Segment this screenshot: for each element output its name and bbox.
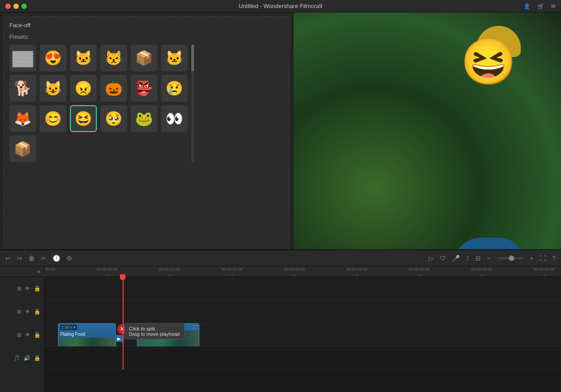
emoji-cell-16[interactable]: 🐸 (131, 105, 157, 132)
app-title: Untitled - Wondershare Filmora9 (239, 3, 322, 9)
clip1-label: Plating Food (58, 331, 116, 338)
audio-music-icon[interactable]: 🎵 (13, 355, 20, 361)
emoji-cell-15[interactable]: 🥺 (100, 105, 127, 132)
ruler-tick-6 (419, 274, 420, 276)
ruler-tick-0 (45, 274, 45, 276)
scrollbar-thumb (191, 45, 194, 71)
undo-icon[interactable]: ↩ (5, 255, 11, 262)
titlebar: Untitled - Wondershare Filmora9 👤 🛒 ✉ (0, 0, 561, 12)
track2-row (45, 300, 561, 323)
plus-icon[interactable]: + (530, 255, 533, 262)
fullscreen-timeline-icon[interactable]: ⛶ (540, 255, 546, 262)
emoji-cell-11[interactable]: 😢 (161, 75, 188, 102)
minus-square-icon[interactable]: ⊟ (475, 255, 481, 262)
toolbar-left: ↩ ↪ 🗑 ✂ 🕐 ⚙ (5, 255, 72, 262)
emoji-cell-13[interactable]: 😊 (40, 105, 66, 132)
ruler-header: + (0, 266, 44, 277)
clock-icon[interactable]: 🕐 (53, 255, 60, 262)
tracks-area: ✕ ▶ Click to split Drag to move playhead… (45, 277, 561, 370)
audio-volume-icon[interactable]: 🔊 (24, 355, 30, 361)
ruler-tick-4 (294, 274, 295, 276)
ruler-tick-2 (169, 274, 170, 276)
playhead-tooltip: Click to split Drag to move playhead (124, 323, 185, 339)
close-button[interactable] (5, 4, 11, 9)
track2-eye-icon[interactable]: 👁 (25, 309, 30, 315)
cart-icon[interactable]: 🛒 (537, 3, 544, 9)
add-track-btn[interactable]: + (37, 268, 41, 275)
play-range-icon[interactable]: ▷ (429, 255, 433, 262)
ruler-mark-5: 00:00:25:00 (346, 267, 367, 272)
minimize-button[interactable] (13, 4, 19, 9)
shield-icon[interactable]: 🛡 (440, 255, 446, 262)
mail-icon[interactable]: ✉ (551, 3, 556, 9)
playhead[interactable] (123, 277, 124, 370)
emoji-cell-9[interactable]: 🎃 (100, 75, 127, 102)
emoji-grid: ▓▓😍🐱😾📦🐱🐕😺😠🎃👺😢🦊😊😆🥺🐸👀📦 (9, 45, 188, 162)
ruler-tick-3 (232, 274, 232, 276)
emoji-scrollbar[interactable] (191, 45, 194, 162)
emoji-cell-7[interactable]: 😺 (40, 75, 66, 102)
emoji-cell-18[interactable]: 📦 (9, 136, 36, 162)
track3-controls: ⊞ 👁 🔒 (0, 323, 44, 347)
ruler-tick-1 (107, 274, 107, 276)
tooltip-line2: Drag to move playhead (129, 331, 180, 337)
redo-icon[interactable]: ↪ (17, 255, 22, 262)
track2-add-icon[interactable]: ⊞ (17, 309, 21, 315)
timeline-body: + ⊞ 👁 🔒 ⊞ 👁 🔒 ⊞ 👁 🔒 🎵 (0, 266, 561, 392)
track1-add-icon[interactable]: ⊞ (17, 285, 21, 292)
emoji-cell-14[interactable]: 😆 (70, 105, 97, 132)
face-off-title: Face-off (9, 22, 284, 29)
ruler-mark-0: 00:00:00:00 (45, 267, 55, 272)
track1-row (45, 277, 561, 300)
settings-icon[interactable]: ⚙ (66, 255, 72, 262)
title-bar-icons: 👤 🛒 ✉ (524, 3, 556, 9)
maximize-button[interactable] (21, 4, 27, 9)
mic-icon[interactable]: 🎤 (452, 255, 460, 262)
emoji-cell-0[interactable]: ▓▓ (9, 45, 36, 71)
split-right-arrow[interactable]: ▶ (116, 335, 123, 342)
track3-lock-icon[interactable]: 🔒 (34, 332, 41, 338)
track1-lock-icon[interactable]: 🔒 (34, 285, 41, 292)
zoom-slider[interactable] (497, 257, 524, 259)
emoji-cell-17[interactable]: 👀 (161, 105, 188, 132)
emoji-cell-8[interactable]: 😠 (70, 75, 97, 102)
audio-track-row (45, 347, 561, 370)
track1-eye-icon[interactable]: 👁 (25, 285, 30, 292)
timeline-toolbar: ↩ ↪ 🗑 ✂ 🕐 ⚙ ▷ 🛡 🎤 ⤴ ⊟ − + ⛶ ? (0, 250, 561, 266)
emoji-overlay: 😆 (461, 39, 516, 84)
presets-label: Presets: (9, 34, 284, 40)
emoji-cell-4[interactable]: 📦 (131, 45, 157, 71)
ruler-mark-8: 00:00:40:00 (533, 267, 555, 272)
ruler-tick-5 (357, 274, 357, 276)
emoji-cell-6[interactable]: 🐕 (9, 75, 36, 102)
clip-header: 1.00 x ▾ (58, 324, 116, 331)
audio-lock-icon[interactable]: 🔒 (34, 355, 41, 361)
minus-icon[interactable]: − (487, 255, 491, 262)
track3-row: ✕ ▶ Click to split Drag to move playhead… (45, 323, 561, 347)
emoji-cell-12[interactable]: 🦊 (9, 105, 36, 132)
user-icon[interactable]: 👤 (524, 3, 530, 9)
delete-icon[interactable]: 🗑 (29, 255, 35, 262)
emoji-cell-5[interactable]: 🐱 (161, 45, 188, 71)
ruler-tick-8 (544, 274, 544, 276)
zoom-thumb (509, 256, 514, 261)
export-icon[interactable]: ⤴ (466, 255, 469, 262)
emoji-cell-3[interactable]: 😾 (100, 45, 127, 71)
emoji-scroll-area: ▓▓😍🐱😾📦🐱🐕😺😠🎃👺😢🦊😊😆🥺🐸👀📦 (9, 45, 284, 162)
ruler-mark-4: 00:00:20:00 (284, 267, 305, 272)
ruler-mark-7: 00:00:35:00 (471, 267, 492, 272)
track2-lock-icon[interactable]: 🔒 (34, 309, 41, 315)
track3-eye-icon[interactable]: 👁 (25, 332, 30, 338)
emoji-cell-10[interactable]: 👺 (131, 75, 157, 102)
clip2-icon: ⛶ (193, 325, 197, 330)
timeline-section: ↩ ↪ 🗑 ✂ 🕐 ⚙ ▷ 🛡 🎤 ⤴ ⊟ − + ⛶ ? + (0, 249, 561, 392)
track-controls-column: + ⊞ 👁 🔒 ⊞ 👁 🔒 ⊞ 👁 🔒 🎵 (0, 266, 45, 392)
help-icon[interactable]: ? (552, 255, 556, 262)
ruler-mark-2: 00:00:10:00 (159, 267, 180, 272)
track3-add-icon[interactable]: ⊞ (17, 332, 21, 338)
emoji-cell-2[interactable]: 🐱 (70, 45, 97, 71)
cut-icon[interactable]: ✂ (41, 255, 46, 262)
toolbar-right: ▷ 🛡 🎤 ⤴ ⊟ − + ⛶ ? (429, 255, 556, 262)
ruler-mark-3: 00:00:15:00 (221, 267, 243, 272)
emoji-cell-1[interactable]: 😍 (40, 45, 66, 71)
